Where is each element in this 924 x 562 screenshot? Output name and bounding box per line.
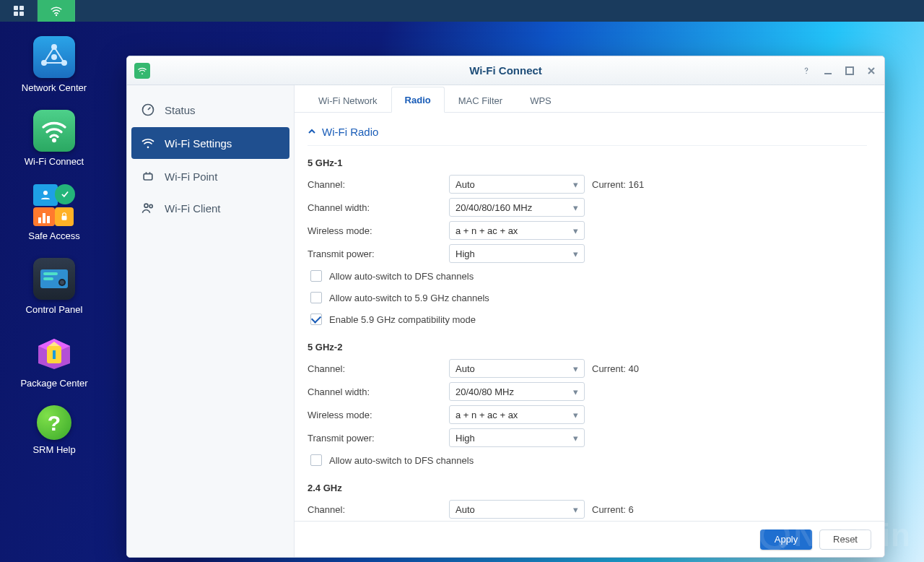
form-row: Wireless mode:a + n + ac + ax▾ <box>308 403 867 426</box>
desktop-icon-network-center[interactable]: Network Center <box>0 36 108 94</box>
field-label: Channel: <box>308 363 449 374</box>
content-scroll[interactable]: Wi-Fi Radio 5 GHz-1Channel:Auto▾Current:… <box>295 113 880 521</box>
chevron-down-icon: ▾ <box>573 225 578 236</box>
svg-point-10 <box>52 139 56 143</box>
field-label: Channel: <box>308 504 449 515</box>
taskbar-wifi-connect-button[interactable] <box>38 0 75 22</box>
field-label: Channel width: <box>308 202 449 213</box>
close-icon[interactable] <box>866 65 877 77</box>
select-value: a + n + ac + ax <box>456 410 518 420</box>
tab-wps[interactable]: WPS <box>516 87 565 113</box>
svg-rect-15 <box>43 277 53 280</box>
chevron-down-icon: ▾ <box>573 410 578 420</box>
svg-point-11 <box>43 191 48 195</box>
window-title: Wi-Fi Connect <box>127 64 884 77</box>
select-value: Auto <box>456 179 475 190</box>
form-row: Channel width:20/40/80/160 MHz▾ <box>308 196 867 219</box>
tab-mac-filter[interactable]: MAC Filter <box>445 87 516 113</box>
gauge-icon <box>140 102 156 118</box>
main-panel: Wi-Fi Network Radio MAC Filter WPS Wi-Fi… <box>295 85 884 557</box>
desktop-icon-package-center[interactable]: Package Center <box>0 332 108 389</box>
chevron-down-icon: ▾ <box>573 433 578 444</box>
select-dropdown[interactable]: Auto▾ <box>449 500 585 519</box>
checkbox[interactable] <box>310 454 322 466</box>
svg-rect-1 <box>19 6 24 10</box>
select-dropdown[interactable]: a + n + ac + ax▾ <box>449 221 585 240</box>
field-label: Transmit power: <box>308 433 449 444</box>
wifi-connect-window: Wi-Fi Connect Status Wi-Fi Settings Wi-F… <box>126 56 885 558</box>
tab-wifi-network[interactable]: Wi-Fi Network <box>305 87 391 113</box>
footer: Apply Reset <box>295 521 884 557</box>
desktop-icon-label: Control Panel <box>26 304 83 316</box>
svg-point-4 <box>55 14 56 16</box>
checkbox-row: Allow auto-switch to DFS channels <box>308 449 867 471</box>
desktop-icon-wifi-connect[interactable]: Wi-Fi Connect <box>0 110 108 168</box>
maximize-icon[interactable] <box>844 65 855 77</box>
select-dropdown[interactable]: a + n + ac + ax▾ <box>449 405 585 424</box>
sidebar: Status Wi-Fi Settings Wi-Fi Point Wi-Fi … <box>127 85 295 557</box>
reset-button[interactable]: Reset <box>819 529 871 550</box>
desktop-icon-label: Package Center <box>20 378 87 389</box>
select-value: High <box>456 433 475 444</box>
svg-rect-0 <box>14 6 18 10</box>
svg-rect-26 <box>144 174 152 180</box>
field-aux: Current: 40 <box>592 363 639 374</box>
select-dropdown[interactable]: Auto▾ <box>449 175 585 194</box>
desktop-icon-label: SRM Help <box>32 444 75 456</box>
field-aux: Current: 6 <box>592 504 634 515</box>
svg-point-27 <box>144 204 148 207</box>
sidebar-item-label: Wi-Fi Point <box>165 170 217 183</box>
select-dropdown[interactable]: 20/40/80 MHz▾ <box>449 382 585 401</box>
desktop-icon-safe-access[interactable]: Safe Access <box>0 184 108 242</box>
chevron-down-icon: ▾ <box>573 202 578 213</box>
field-label: Wireless mode: <box>308 410 449 420</box>
sidebar-item-wifi-client[interactable]: Wi-Fi Client <box>127 192 294 224</box>
field-label: Transmit power: <box>308 248 449 259</box>
access-point-icon <box>140 168 156 184</box>
form-row: Transmit power:High▾ <box>308 426 867 449</box>
checkbox[interactable] <box>310 314 322 325</box>
svg-rect-14 <box>43 272 58 275</box>
select-dropdown[interactable]: Auto▾ <box>449 359 585 378</box>
checkbox-label: Allow auto-switch to DFS channels <box>329 455 474 466</box>
form-row: Channel:Auto▾Current: 40 <box>308 357 867 380</box>
select-value: Auto <box>456 363 475 374</box>
taskbar-apps-button[interactable] <box>0 0 38 22</box>
sidebar-item-label: Status <box>165 104 196 116</box>
sidebar-item-status[interactable]: Status <box>127 94 294 126</box>
svg-point-21 <box>806 72 806 73</box>
band-title: 2.4 GHz <box>308 483 867 493</box>
select-value: 20/40/80 MHz <box>456 386 514 397</box>
form-row: Channel:Auto▾Current: 161 <box>308 173 867 196</box>
svg-point-28 <box>149 204 152 207</box>
apply-button[interactable]: Apply <box>760 529 812 550</box>
sidebar-item-wifi-settings[interactable]: Wi-Fi Settings <box>131 127 289 159</box>
select-dropdown[interactable]: High▾ <box>449 244 585 263</box>
section-toggle-wifi-radio[interactable]: Wi-Fi Radio <box>308 123 867 146</box>
svg-rect-19 <box>53 350 56 359</box>
users-icon <box>140 200 156 216</box>
select-dropdown[interactable]: High▾ <box>449 428 585 447</box>
select-dropdown[interactable]: 20/40/80/160 MHz▾ <box>449 198 585 217</box>
checkbox-row: Allow auto-switch to 5.9 GHz channels <box>308 287 867 308</box>
minimize-icon[interactable] <box>822 65 834 77</box>
select-value: a + n + ac + ax <box>456 225 518 236</box>
titlebar[interactable]: Wi-Fi Connect <box>127 56 884 85</box>
tab-radio[interactable]: Radio <box>391 87 445 113</box>
section-title: Wi-Fi Radio <box>322 126 378 138</box>
help-icon[interactable] <box>801 65 812 77</box>
desktop-icon-control-panel[interactable]: Control Panel <box>0 258 108 316</box>
sidebar-item-wifi-point[interactable]: Wi-Fi Point <box>127 160 294 192</box>
checkbox[interactable] <box>310 270 322 282</box>
checkbox-row: Allow auto-switch to DFS channels <box>308 265 867 287</box>
desktop-icons: Network Center Wi-Fi Connect Safe Access… <box>0 22 123 472</box>
chevron-down-icon: ▾ <box>573 504 578 515</box>
svg-rect-2 <box>14 12 18 16</box>
wifi-icon <box>140 135 156 151</box>
desktop-icon-srm-help[interactable]: ? SRM Help <box>0 405 108 456</box>
band-title: 5 GHz-1 <box>308 157 867 168</box>
checkbox-row: Enable 5.9 GHz compatibility mode <box>308 308 867 330</box>
select-value: 20/40/80/160 MHz <box>456 202 532 213</box>
svg-rect-22 <box>824 73 832 74</box>
checkbox[interactable] <box>310 292 322 303</box>
